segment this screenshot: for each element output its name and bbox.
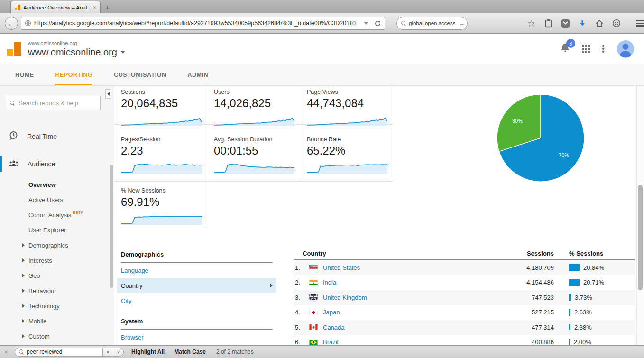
nav-tab-admin[interactable]: ADMIN [188, 64, 208, 85]
sidebar-item-geo[interactable]: Geo [0, 268, 114, 283]
expand-arrow-icon [22, 258, 25, 262]
findbar-search-field[interactable] [15, 348, 103, 357]
metric-value: 2.23 [121, 144, 207, 157]
sidebar-item-cohort-analysis[interactable]: Cohort AnalysisBETA [0, 207, 114, 222]
content-scrollbar-track[interactable] [636, 86, 644, 345]
search-icon [401, 21, 406, 26]
country-link-us[interactable]: United States [323, 264, 497, 271]
metric-sparkline [214, 159, 294, 174]
account-switcher[interactable]: www.omicsonline.org [28, 47, 125, 58]
sidebar-section-audience[interactable]: Audience [0, 156, 114, 172]
sessions-value: 747,523 [497, 294, 554, 301]
metric-value: 44,743,084 [307, 97, 393, 110]
pct-sessions-bar [569, 294, 571, 301]
sidebar-collapse-button[interactable] [105, 89, 111, 99]
pct-sessions-value: 2.38% [574, 324, 592, 331]
find-next-button[interactable]: ∨ [113, 348, 124, 357]
url-history-dropdown-icon[interactable] [364, 22, 368, 25]
dimension-link-browser[interactable]: Browser [117, 330, 276, 345]
back-button[interactable]: ← [5, 17, 18, 30]
match-case-button[interactable]: Match Case [174, 349, 206, 355]
sidebar-search-box[interactable] [6, 96, 101, 110]
pct-sessions-bar [569, 339, 570, 345]
country-link-in[interactable]: India [323, 279, 497, 286]
pct-sessions-cell: 2.00% [554, 339, 635, 345]
metric-card-users: Users14,026,825 [207, 86, 300, 125]
more-options-icon[interactable]: ••• [602, 45, 605, 53]
nav-tab-customisation[interactable]: CUSTOMISATION [114, 64, 166, 85]
notifications-button[interactable]: 3 [561, 43, 570, 55]
bookmarks-clipboard-icon[interactable] [543, 18, 553, 28]
country-link-br[interactable]: Brazil [323, 339, 497, 345]
findbar-input[interactable] [27, 349, 88, 355]
country-link-gb[interactable]: United Kingdom [323, 294, 497, 301]
downloads-icon[interactable] [578, 18, 587, 28]
sidebar-section-real-time[interactable]: Real Time [0, 129, 114, 145]
br-flag-icon [309, 340, 318, 345]
dimension-link-city[interactable]: City [117, 293, 276, 308]
metric-card-pages-session: Pages/Session2.23 [114, 125, 207, 182]
pct-sessions-value: 20.71% [583, 279, 604, 286]
sidebar-item-technology[interactable]: Technology [0, 298, 114, 313]
pct-sessions-cell: 2.38% [554, 324, 635, 331]
sidebar-search-input[interactable] [18, 100, 90, 107]
sidebar-section-label: Audience [28, 160, 55, 168]
table-row: 4.Japan527,2152.63% [294, 305, 635, 321]
pct-sessions-bar [569, 324, 570, 330]
pocket-icon[interactable] [561, 18, 570, 28]
sidebar-scrollbar[interactable] [110, 165, 113, 288]
highlight-all-button[interactable]: Highlight All [131, 349, 165, 355]
table-row: 2.India4,154,48620.71% [294, 275, 635, 291]
pct-sessions-bar [569, 279, 580, 286]
clock-bubble-icon [9, 131, 18, 142]
people-icon [9, 159, 19, 170]
sidebar-item-user-explorer[interactable]: User Explorer [0, 222, 114, 238]
tab-close-icon[interactable]: × [93, 4, 96, 11]
country-link-jp[interactable]: Japan [323, 309, 497, 316]
analytics-header: www.omicsonline.org www.omicsonline.org … [0, 34, 644, 64]
menu-hamburger-icon[interactable] [636, 20, 644, 27]
hello-chat-icon[interactable] [612, 18, 621, 28]
country-link-ca[interactable]: Canada [323, 324, 497, 331]
nav-tab-home[interactable]: HOME [15, 64, 34, 85]
sessions-value: 4,154,486 [497, 279, 554, 286]
sidebar-item-custom[interactable]: Custom [0, 329, 114, 344]
sidebar-item-active-users[interactable]: Active Users [0, 192, 114, 207]
nav-tab-reporting[interactable]: REPORTING [55, 64, 93, 85]
sidebar-item-mobile[interactable]: Mobile [0, 313, 114, 329]
in-flag-icon [309, 280, 318, 285]
search-go-icon[interactable]: → [459, 20, 465, 27]
sidebar-item-behaviour[interactable]: Behaviour [0, 283, 114, 298]
user-avatar[interactable] [616, 40, 635, 58]
metric-sparkline [214, 112, 294, 126]
sidebar-item-demographics[interactable]: Demographics [0, 238, 114, 253]
new-tab-button[interactable]: + [101, 2, 115, 13]
browser-search-bar[interactable]: → [396, 17, 468, 30]
sidebar-item-label: Cohort Analysis [28, 211, 71, 219]
tab-audience-overview[interactable]: Audience Overview – Anal... × [10, 1, 101, 13]
column-header-country[interactable]: Country [294, 250, 497, 257]
metric-sparkline [121, 112, 202, 126]
pct-sessions-value: 3.73% [575, 294, 592, 301]
expand-arrow-icon [22, 243, 25, 247]
column-header-pct-sessions[interactable]: % Sessions [554, 250, 635, 257]
dimension-link-country[interactable]: Country [117, 278, 276, 293]
country-table-header: Country Sessions % Sessions [294, 247, 635, 260]
browser-search-input[interactable] [409, 20, 456, 26]
findbar-close-icon[interactable]: × [4, 349, 12, 356]
bookmark-star-icon[interactable]: ☆ [526, 18, 536, 28]
metric-label: Users [214, 89, 300, 95]
beta-badge: BETA [73, 211, 83, 215]
url-bar[interactable] [21, 17, 385, 30]
column-header-sessions[interactable]: Sessions [497, 250, 554, 257]
url-input[interactable] [34, 20, 361, 27]
reload-icon[interactable] [374, 20, 381, 27]
dimension-link-language[interactable]: Language [117, 263, 276, 278]
apps-grid-icon[interactable] [582, 45, 590, 53]
content-scrollbar-thumb[interactable] [638, 185, 643, 290]
find-previous-button[interactable]: ∧ [103, 348, 113, 357]
sidebar-item-overview[interactable]: Overview [0, 177, 114, 192]
home-icon[interactable] [595, 18, 604, 28]
sidebar-item-interests[interactable]: Interests [0, 253, 114, 268]
row-rank: 5. [294, 324, 309, 331]
